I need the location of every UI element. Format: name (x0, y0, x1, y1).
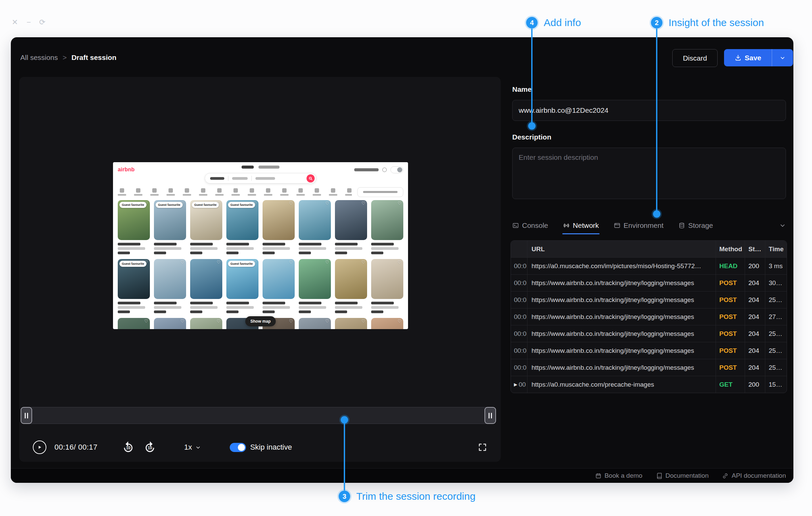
show-map-pill: Show map (245, 316, 276, 326)
fullscreen-button[interactable] (478, 443, 487, 452)
heart-icon: ♡ (398, 319, 402, 324)
row-url: https://www.airbnb.co.in/tracking/jitney… (527, 308, 716, 325)
listing-tile: ♡ (263, 259, 295, 313)
row-method: POST (716, 359, 745, 376)
frame-host-link (354, 168, 379, 171)
heart-icon: ♡ (398, 201, 402, 206)
table-row[interactable]: 00:0https://www.airbnb.co.in/tracking/ji… (511, 291, 787, 308)
save-options-button[interactable] (772, 49, 793, 66)
annotation-label-add-info: Add info (544, 17, 581, 28)
table-row[interactable]: 00:0https://www.airbnb.co.in/tracking/ji… (511, 308, 787, 325)
minimize-window-icon[interactable]: − (24, 18, 33, 27)
listing-tile: ♡ (190, 259, 222, 313)
category-list (118, 188, 352, 196)
tab-console[interactable]: Console (512, 217, 548, 234)
console-icon (512, 222, 519, 229)
tab-network[interactable]: Network (563, 217, 599, 234)
table-row[interactable]: 00:0https://www.airbnb.co.in/tracking/ji… (511, 359, 787, 376)
download-icon (735, 54, 742, 61)
session-player: airbnb (19, 77, 501, 462)
category-item (329, 188, 337, 196)
heart-icon: ♡ (289, 260, 293, 265)
category-item (183, 188, 191, 196)
listing-tile: ♡ (335, 200, 367, 254)
category-item (264, 188, 272, 196)
row-time: 3 ms (765, 258, 787, 274)
row-status: 204 (745, 292, 765, 308)
heart-icon: ♡ (398, 260, 402, 265)
category-item (150, 188, 159, 196)
listing-tile: ♡ (263, 200, 295, 254)
table-row[interactable]: 00:0https://www.airbnb.co.in/tracking/ji… (511, 274, 787, 291)
row-timestamp: 00:0 (511, 342, 527, 359)
annotation-label-trim: Trim the session recording (356, 491, 475, 502)
category-item (118, 188, 126, 196)
thumb-grid: Guest favourite♡Guest favourite♡Guest fa… (118, 200, 403, 329)
book-demo-link[interactable]: Book a demo (595, 472, 642, 479)
save-button[interactable]: Save (724, 49, 772, 66)
timeline-track[interactable] (21, 407, 496, 424)
annotation-dot-insight (653, 210, 660, 218)
book-demo-label: Book a demo (605, 472, 642, 479)
tab-storage[interactable]: Storage (678, 217, 713, 234)
listing-tile: ♡ (190, 318, 222, 329)
heart-icon: ♡ (144, 319, 148, 324)
rewind-10-button[interactable]: 10 (122, 441, 135, 454)
tab-storage-label: Storage (688, 221, 713, 230)
table-row[interactable]: ▶00https://a0.muscache.com/precache-imag… (511, 376, 787, 393)
save-split-button: Save (724, 49, 793, 66)
api-documentation-link[interactable]: API documentation (722, 472, 786, 479)
documentation-link[interactable]: Documentation (656, 472, 709, 479)
network-table: URL Method St… Time 00:0https://a0.musca… (511, 240, 787, 393)
row-status: 204 (745, 359, 765, 376)
table-row[interactable]: 00:0https://www.airbnb.co.in/tracking/ji… (511, 325, 787, 342)
recording-frame[interactable]: airbnb (113, 162, 408, 329)
session-name-input[interactable] (512, 100, 786, 121)
heart-icon: ♡ (361, 260, 365, 265)
expand-row-icon[interactable]: ▶ (514, 382, 517, 387)
listing-tile: Guest favourite♡ (118, 200, 150, 254)
header-status: St… (745, 241, 765, 257)
row-timestamp: 00:0 (511, 275, 527, 291)
row-method: POST (716, 342, 745, 359)
row-time: 15… (765, 376, 787, 393)
row-method: GET (716, 376, 745, 393)
row-url: https://www.airbnb.co.in/tracking/jitney… (527, 275, 716, 291)
forward-10-button[interactable]: 10 (143, 441, 156, 454)
user-menu (390, 166, 403, 173)
price-toggle (357, 187, 403, 197)
listing-tile: Guest favourite♡ (190, 200, 222, 254)
close-window-icon[interactable]: ✕ (10, 18, 20, 27)
row-method: POST (716, 308, 745, 325)
listing-tile: ♡ (371, 318, 403, 329)
row-status: 204 (745, 342, 765, 359)
category-item (296, 188, 305, 196)
playback-speed-button[interactable]: 1x (184, 443, 201, 452)
network-icon (563, 222, 570, 229)
annotation-line-insight (656, 28, 657, 214)
search-icon (307, 174, 315, 182)
row-url: https://www.airbnb.co.in/tracking/jitney… (527, 292, 716, 308)
heart-icon: ♡ (289, 319, 293, 324)
category-item (199, 188, 207, 196)
tab-network-label: Network (573, 221, 599, 230)
listing-tile: Guest favourite♡ (226, 259, 258, 313)
trim-start-handle[interactable] (21, 407, 32, 424)
table-row[interactable]: 00:0https://a0.muscache.com/im/pictures/… (511, 257, 787, 274)
table-row[interactable]: 00:0https://www.airbnb.co.in/tracking/ji… (511, 342, 787, 359)
listing-tile: ♡ (335, 259, 367, 313)
discard-button[interactable]: Discard (672, 49, 718, 67)
skip-inactive-toggle[interactable] (230, 443, 246, 452)
session-description-input[interactable] (512, 148, 786, 199)
tab-environment[interactable]: Environment (614, 217, 663, 234)
play-button[interactable] (33, 440, 46, 454)
trim-end-handle[interactable] (484, 407, 496, 424)
reload-window-icon[interactable]: ⟳ (38, 18, 47, 27)
environment-icon (614, 222, 621, 229)
row-method: POST (716, 325, 745, 342)
heart-icon: ♡ (180, 201, 184, 206)
documentation-label: Documentation (666, 472, 709, 479)
breadcrumb-all-sessions[interactable]: All sessions (20, 53, 58, 62)
header-url: URL (527, 241, 716, 257)
collapse-panel-button[interactable] (779, 222, 786, 229)
